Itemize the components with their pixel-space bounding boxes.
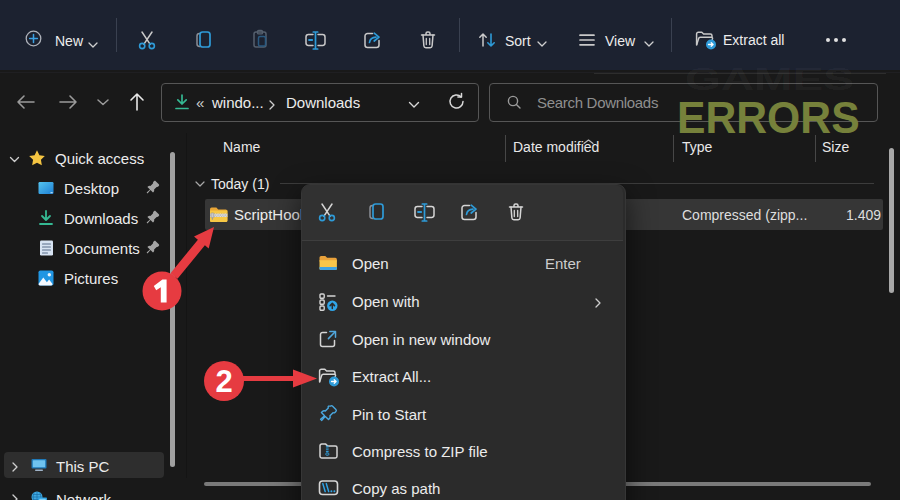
svg-text:2: 2 [215,364,232,399]
